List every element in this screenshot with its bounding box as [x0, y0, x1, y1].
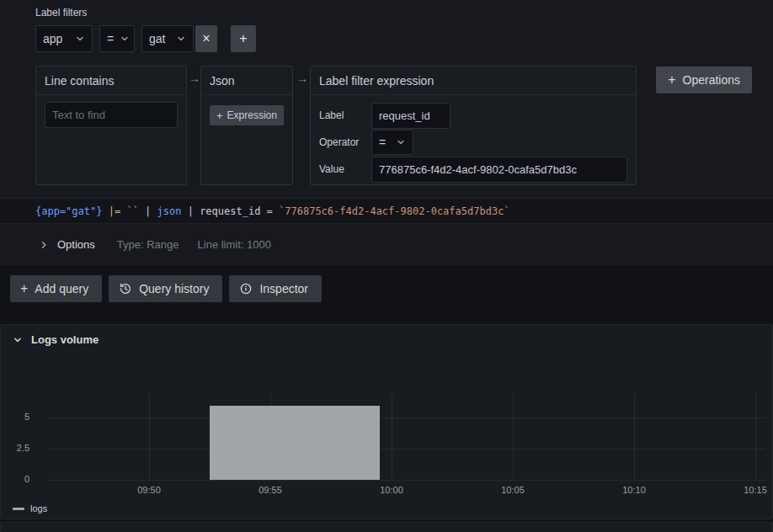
line-contains-input[interactable]: [45, 102, 178, 128]
query-history-button[interactable]: Query history: [109, 275, 222, 302]
close-icon: ×: [202, 31, 210, 46]
arrow-right-icon: →: [189, 72, 200, 85]
next-panel-edge: [0, 522, 773, 532]
plus-icon: +: [20, 281, 28, 296]
x-gridline: [392, 393, 392, 480]
y-gridline: [48, 449, 765, 450]
y-axis-labels: 02.55: [1, 393, 40, 480]
chevron-right-icon[interactable]: [39, 240, 49, 250]
query-editor-panel: Label filters app = gat ×: [0, 0, 773, 265]
options-toggle[interactable]: Options: [57, 238, 95, 251]
volume-bar[interactable]: [210, 406, 380, 480]
inspector-button[interactable]: Inspector: [229, 275, 322, 302]
legend-label[interactable]: logs: [30, 503, 47, 513]
label-value-select-value: gat: [149, 32, 165, 45]
plus-icon: +: [216, 109, 223, 122]
explore-toolbar: + Add query Query history Inspec: [10, 275, 322, 302]
operation-header: Line contains: [36, 66, 186, 95]
label-filters-title: Label filters: [35, 7, 87, 19]
add-label-filter-button[interactable]: +: [231, 25, 256, 52]
query-segment: {app="gat"}: [35, 205, 102, 217]
query-segment: `776875c6-f4d2-4acf-9802-0cafa5d7bd3c`: [279, 205, 510, 217]
x-tick-label: 10:00: [380, 485, 403, 495]
x-tick-label: 10:10: [622, 485, 646, 495]
query-segment: json: [157, 205, 182, 217]
y-gridline: [48, 418, 765, 418]
legend-swatch: [13, 508, 24, 510]
operator-field-select[interactable]: =: [371, 130, 413, 155]
chevron-down-icon: [75, 34, 85, 44]
add-expression-button[interactable]: + Expression: [210, 105, 284, 125]
x-gridline: [755, 393, 756, 480]
value-field-label: Value: [319, 163, 371, 175]
plus-icon: +: [668, 72, 675, 88]
value-field-input[interactable]: [371, 157, 627, 183]
operation-label-filter-expression: Label filter expression Label Operator =: [310, 66, 637, 185]
chart-legend: logs: [13, 503, 47, 513]
remove-label-filter-button[interactable]: ×: [195, 25, 217, 52]
options-line-limit: Line limit: 1000: [198, 238, 271, 251]
label-field-row: Label: [319, 102, 627, 129]
operator-field-label: Operator: [319, 136, 371, 148]
label-field-label: Label: [319, 109, 371, 121]
query-segment: |: [181, 205, 200, 217]
info-icon: [239, 282, 253, 295]
label-name-select-value: app: [43, 32, 62, 45]
logs-volume-panel: Logs volume 02.55 09:5009:5510:0010:0510…: [0, 324, 773, 519]
x-tick-label: 10:05: [501, 485, 525, 495]
query-segment: |: [139, 205, 157, 217]
options-row: Options Type: Range Line limit: 1000: [0, 224, 773, 265]
operations-button[interactable]: + Operations: [656, 66, 752, 93]
query-preview: {app="gat"} |= `` | json | request_id = …: [0, 198, 773, 224]
x-gridline: [149, 393, 150, 480]
label-filters-row: app = gat × +: [35, 25, 256, 52]
operator-field-row: Operator =: [319, 129, 627, 156]
operation-header: Label filter expression: [311, 66, 636, 95]
value-field-row: Value: [319, 156, 627, 183]
label-operator-select[interactable]: =: [99, 25, 135, 52]
label-value-select[interactable]: gat: [141, 25, 194, 52]
grafana-explore-screen: Label filters app = gat ×: [0, 0, 773, 532]
x-gridline: [513, 393, 514, 480]
logs-volume-title: Logs volume: [31, 333, 99, 346]
query-segment: ``: [126, 205, 138, 217]
label-operator-select-value: =: [107, 32, 114, 45]
y-tick-label: 0: [1, 474, 29, 484]
chevron-down-icon: [396, 137, 406, 147]
chevron-down-icon: [120, 34, 130, 44]
label-name-select[interactable]: app: [35, 25, 93, 52]
x-axis-labels: 09:5009:5510:0010:0510:1010:15: [48, 485, 765, 497]
operation-header: Json: [201, 66, 292, 95]
x-tick-label: 10:15: [744, 485, 767, 495]
chevron-down-icon: [13, 335, 23, 345]
y-tick-label: 2.5: [1, 443, 29, 453]
x-tick-label: 09:50: [137, 485, 161, 495]
logs-volume-chart: [48, 393, 765, 480]
x-tick-label: 09:55: [259, 485, 282, 495]
y-gridline: [48, 480, 765, 481]
logs-volume-header[interactable]: Logs volume: [13, 333, 99, 346]
operation-line-contains: Line contains: [35, 66, 187, 185]
y-tick-label: 5: [1, 412, 29, 422]
history-icon: [119, 282, 132, 295]
chevron-down-icon: [176, 34, 186, 44]
label-field-input[interactable]: [371, 103, 450, 129]
query-segment: |=: [102, 205, 126, 217]
query-segment: request_id =: [200, 205, 279, 217]
operation-json: Json + Expression: [200, 66, 293, 185]
arrow-right-icon: →: [296, 72, 308, 85]
add-query-button[interactable]: + Add query: [10, 275, 102, 302]
plus-icon: +: [239, 31, 247, 46]
options-type: Type: Range: [117, 238, 179, 251]
x-gridline: [634, 393, 635, 480]
